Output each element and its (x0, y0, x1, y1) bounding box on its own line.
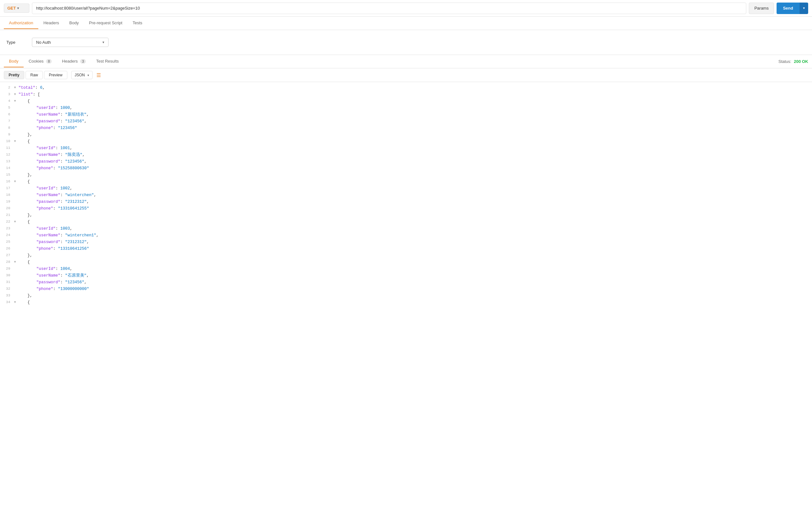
line-number: 24 (3, 232, 14, 238)
json-token: "total" (19, 86, 35, 90)
collapse-arrow-icon[interactable]: ▼ (14, 98, 19, 104)
json-content: "phone": "123456" (19, 125, 77, 131)
json-content: "userName": "石原里美", (19, 272, 89, 279)
json-line: 10▼{ (0, 138, 812, 145)
line-number: 22 (3, 219, 14, 225)
view-raw-button[interactable]: Raw (26, 71, 43, 79)
collapse-arrow-icon[interactable]: ▼ (14, 299, 19, 305)
url-input[interactable] (32, 3, 746, 14)
json-line: 34▼{ (0, 299, 812, 306)
line-number: 10 (3, 138, 14, 144)
tab-pre-request-script[interactable]: Pre-request Script (84, 17, 128, 29)
collapse-arrow-icon (14, 212, 19, 213)
send-button-group: Send ▾ (777, 3, 808, 14)
collapse-arrow-icon[interactable]: ▼ (14, 138, 19, 144)
tab-authorization[interactable]: Authorization (4, 17, 38, 29)
headers-badge: 3 (80, 59, 86, 63)
json-token: : (56, 186, 60, 191)
json-token: : [ (33, 92, 40, 97)
json-content: "phone": "13310641255" (19, 205, 89, 212)
tab-headers[interactable]: Headers (38, 17, 64, 29)
json-token: "123456" (58, 126, 77, 130)
tab-tests[interactable]: Tests (127, 17, 147, 29)
json-token: "2312312" (65, 240, 87, 244)
json-token: "userId" (36, 106, 56, 110)
json-token: : (60, 233, 65, 238)
json-content: "password": "123456", (19, 118, 87, 125)
json-token: , (87, 112, 89, 117)
json-token: , (70, 267, 72, 271)
json-content: }, (19, 252, 32, 259)
json-line: 5"userId": 1000, (0, 105, 812, 111)
auth-select-chevron-icon: ▾ (103, 40, 105, 45)
auth-section: Type No Auth ▾ (0, 30, 812, 55)
json-content: "total": 6, (19, 85, 45, 91)
json-line: 11"userId": 1001, (0, 145, 812, 152)
json-content: { (19, 98, 30, 104)
method-selector[interactable]: GET ▾ (4, 3, 29, 13)
json-token: "userId" (36, 186, 56, 191)
collapse-arrow-icon[interactable]: ▼ (14, 91, 19, 97)
collapse-arrow-icon[interactable]: ▼ (14, 219, 19, 224)
json-token: , (70, 226, 72, 231)
collapse-arrow-icon (14, 185, 19, 186)
json-token: , (70, 106, 72, 110)
tab-body[interactable]: Body (64, 17, 84, 29)
view-preview-button[interactable]: Preview (44, 71, 67, 79)
wrap-icon[interactable]: ☰ (96, 72, 101, 78)
json-token: : (53, 247, 58, 251)
json-token: : (60, 199, 65, 204)
params-button[interactable]: Params (749, 3, 774, 14)
response-tab-body[interactable]: Body (4, 56, 24, 68)
json-content: { (19, 299, 30, 306)
json-token: , (87, 240, 89, 244)
collapse-arrow-icon (14, 118, 19, 119)
json-token: }, (27, 294, 32, 298)
response-tab-cookies[interactable]: Cookies 8 (24, 56, 57, 68)
line-number: 12 (3, 152, 14, 158)
json-line: 26"phone": "13310641256" (0, 246, 812, 252)
json-token: 1003 (60, 226, 70, 231)
json-line: 9}, (0, 132, 812, 138)
collapse-arrow-icon[interactable]: ▼ (14, 179, 19, 184)
json-token: , (87, 273, 89, 278)
collapse-arrow-icon (14, 172, 19, 172)
json-token: "password" (36, 159, 60, 164)
json-token: "phone" (36, 206, 53, 211)
json-token: "userName" (36, 273, 60, 278)
json-line: 14"phone": "15258800630" (0, 165, 812, 172)
send-button[interactable]: Send (777, 3, 800, 14)
response-tab-headers[interactable]: Headers 3 (57, 56, 91, 68)
json-token: "userName" (36, 233, 60, 238)
auth-type-select[interactable]: No Auth ▾ (32, 38, 109, 47)
line-number: 31 (3, 279, 14, 285)
collapse-arrow-icon[interactable]: ▼ (14, 85, 19, 90)
json-token: : (35, 86, 40, 90)
json-content: "userName": "winterchen1", (19, 232, 98, 239)
line-number: 30 (3, 272, 14, 278)
json-token: "2312312" (65, 199, 87, 204)
json-token: "15258800630" (58, 166, 89, 170)
json-content: "phone": "13310641256" (19, 246, 89, 252)
line-number: 27 (3, 252, 14, 259)
json-line: 13"password": "123456", (0, 158, 812, 165)
json-token: "陈奕迅" (65, 153, 82, 157)
format-selector[interactable]: JSON ▾ (71, 71, 92, 79)
json-line: 33}, (0, 293, 812, 299)
json-viewer[interactable]: 2▼"total": 6,3▼"list": [4▼{5"userId": 10… (0, 82, 812, 497)
json-content: { (19, 138, 30, 145)
json-token: , (96, 233, 99, 238)
json-token: : (53, 126, 58, 130)
json-line: 28▼{ (0, 259, 812, 266)
json-token: : (53, 206, 58, 211)
json-line: 23"userId": 1003, (0, 225, 812, 232)
line-number: 33 (3, 293, 14, 299)
status-label: Status: (779, 59, 791, 64)
response-tab-test-results[interactable]: Test Results (91, 56, 124, 68)
json-line: 20"phone": "13310641255" (0, 205, 812, 212)
collapse-arrow-icon[interactable]: ▼ (14, 259, 19, 265)
collapse-arrow-icon (14, 286, 19, 287)
json-content: "userName": "新垣结衣", (19, 111, 89, 118)
send-dropdown-button[interactable]: ▾ (800, 3, 808, 14)
view-pretty-button[interactable]: Pretty (4, 71, 24, 79)
